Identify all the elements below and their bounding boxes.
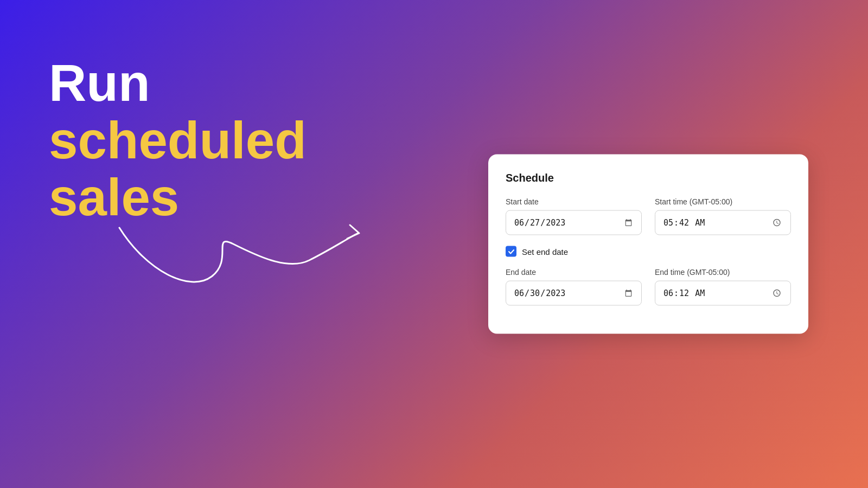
end-time-input[interactable]: [655, 281, 791, 306]
end-time-label: End time (GMT-05:00): [655, 268, 791, 277]
end-date-label: End date: [506, 268, 642, 277]
left-content: Run scheduled sales: [49, 54, 307, 226]
start-date-input[interactable]: [506, 210, 642, 235]
start-date-label: Start date: [506, 197, 642, 206]
start-row: Start date Start time (GMT-05:00): [506, 197, 791, 235]
start-time-label: Start time (GMT-05:00): [655, 197, 791, 206]
background: Run scheduled sales Schedule Start date …: [0, 0, 868, 488]
headline-run: Run: [49, 54, 307, 112]
end-time-group: End time (GMT-05:00): [655, 268, 791, 306]
set-end-date-checkbox[interactable]: [506, 246, 516, 257]
checkbox-row[interactable]: Set end date: [506, 246, 791, 257]
checkmark-icon: [508, 248, 515, 255]
schedule-card: Schedule Start date Start time (GMT-05:0…: [488, 155, 808, 334]
headline-scheduled: scheduled: [49, 112, 307, 169]
end-date-input[interactable]: [506, 281, 642, 306]
start-time-input[interactable]: [655, 210, 791, 235]
card-title: Schedule: [506, 172, 791, 184]
end-row: End date End time (GMT-05:00): [506, 268, 791, 306]
decorative-arrow: [103, 206, 374, 314]
start-date-group: Start date: [506, 197, 642, 235]
end-date-group: End date: [506, 268, 642, 306]
start-time-group: Start time (GMT-05:00): [655, 197, 791, 235]
set-end-date-label: Set end date: [522, 247, 568, 256]
